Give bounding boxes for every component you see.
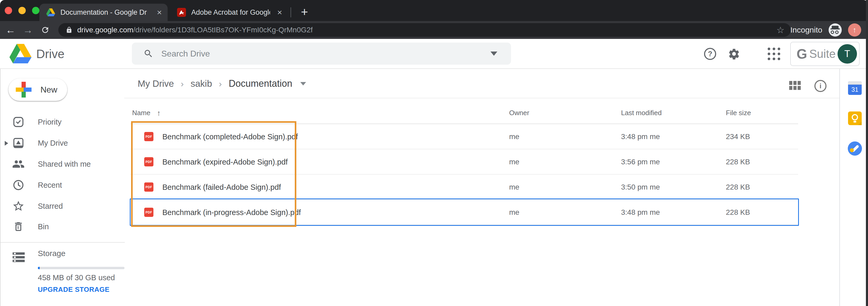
gsuite-logo-name: Suite [809,47,835,60]
tab-documentation[interactable]: Documentation - Google Drive × [39,4,167,21]
tab-close-icon[interactable]: × [157,8,162,17]
folder-menu-caret-icon[interactable] [300,82,306,86]
acrobat-favicon-icon [177,8,186,17]
google-apps-side-panel: 31 [839,69,868,306]
file-name[interactable]: Benchmark (in-progress-Adobe Sign).pdf [162,200,301,225]
column-header-owner[interactable]: Owner [509,109,529,119]
account-area: G Suite T [790,42,860,66]
sidebar-item-priority[interactable]: Priority [1,114,125,130]
sidebar-item-starred[interactable]: Starred [1,198,125,215]
sidebar-item-recent[interactable]: Recent [1,177,125,193]
file-size: 228 KB [726,149,750,175]
tab-close-icon[interactable]: × [277,8,282,17]
window-controls [5,7,39,14]
pdf-file-icon: PDF [144,182,153,192]
file-owner: me [509,124,519,149]
window-minimize-button[interactable] [19,7,26,14]
calendar-icon[interactable]: 31 [848,81,862,95]
file-name[interactable]: Benchmark (expired-Adobe Sign).pdf [162,149,288,175]
tab-title: Adobe Acrobat for Google Driv [191,8,270,17]
upgrade-storage-link[interactable]: UPGRADE STORAGE [38,285,110,294]
sidebar-item-label: Starred [38,198,63,215]
breadcrumb-sakib[interactable]: sakib [190,78,212,89]
help-button[interactable]: ? [704,39,716,69]
forward-icon[interactable]: → [21,21,35,39]
table-row[interactable]: PDF Benchmark (completed-Adobe Sign).pdf… [130,124,798,149]
window-right-edge [866,0,868,306]
url-bar[interactable]: drive.google.com/drive/folders/1D3fLOA5t… [58,23,791,37]
gear-icon [728,48,740,60]
breadcrumb-current-folder[interactable]: Documentation [228,78,292,89]
window-zoom-button[interactable] [32,7,39,14]
settings-button[interactable] [727,39,741,69]
tab-separator [290,7,291,17]
column-header-last-modified[interactable]: Last modified [621,109,662,119]
help-icon: ? [704,48,716,60]
apps-launcher-button[interactable] [767,39,781,69]
new-tab-button[interactable]: + [296,4,313,20]
browser-toolbar: ← → drive.google.com/drive/folders/1D3fL… [0,21,868,39]
window-close-button[interactable] [5,7,12,14]
incognito-label: Incognito [790,26,822,34]
sidebar-item-shared-with-me[interactable]: Shared with me [1,156,125,173]
file-owner: me [509,149,519,175]
keep-icon[interactable] [848,112,862,125]
reload-icon[interactable] [38,21,52,39]
file-owner: me [509,175,519,200]
file-name[interactable]: Benchmark (completed-Adobe Sign).pdf [162,124,298,149]
sidebar-divider [1,242,125,243]
people-icon [12,158,25,170]
app-name: Drive [36,39,64,69]
sidebar-item-storage[interactable]: Storage [38,249,65,258]
breadcrumb-my-drive[interactable]: My Drive [138,78,174,89]
browser-update-button[interactable]: ↑ [848,23,861,36]
sidebar: New Priority My Drive Shared with me Rec… [0,69,124,306]
drive-favicon-icon [46,8,55,17]
file-size: 228 KB [726,200,750,225]
file-owner: me [509,200,519,225]
tab-adobe-acrobat[interactable]: Adobe Acrobat for Google Driv × [170,4,288,21]
sidebar-item-bin[interactable]: Bin [1,218,125,235]
table-row[interactable]: PDF Benchmark (expired-Adobe Sign).pdf m… [130,149,798,175]
url-path: /drive/folders/1D3fLOA5tIBs7OK-YFmI0cKg-… [133,26,313,34]
details-info-button[interactable]: i [814,80,827,92]
search-icon [144,49,153,59]
sidebar-item-label: Priority [38,114,61,130]
search-input[interactable]: Search Drive [161,49,210,59]
search-bar[interactable]: Search Drive [132,42,511,65]
sidebar-item-label: Bin [38,218,49,235]
clock-icon [12,179,25,191]
drive-header: Drive Search Drive ? G Suite T [0,39,868,69]
expand-caret-icon[interactable] [5,141,8,146]
pdf-file-icon: PDF [144,157,153,166]
file-last-modified: 3:56 pm me [621,149,660,175]
table-row[interactable]: PDF Benchmark (failed-Adobe Sign).pdf me… [130,175,798,200]
lock-icon [66,27,72,33]
storage-icon [12,252,25,264]
table-row-selected[interactable]: PDF Benchmark (in-progress-Adobe Sign).p… [130,200,798,225]
back-icon[interactable]: ← [4,21,17,39]
column-header-file-size[interactable]: File size [726,109,751,119]
apps-grid-icon [768,48,780,60]
tasks-icon[interactable] [848,142,862,156]
grid-view-button[interactable] [789,81,801,91]
avatar[interactable]: T [838,44,857,64]
url-text: drive.google.com/drive/folders/1D3fLOA5t… [77,26,313,34]
pdf-file-icon: PDF [144,208,153,217]
sidebar-item-label: My Drive [38,134,68,151]
new-button[interactable]: New [8,78,67,101]
trash-icon [12,220,25,233]
file-size: 228 KB [726,175,750,200]
file-name[interactable]: Benchmark (failed-Adobe Sign).pdf [162,175,281,200]
bookmark-star-icon[interactable]: ☆ [777,25,784,35]
sort-ascending-icon[interactable]: ↑ [157,109,161,119]
drive-logo-icon [9,43,32,64]
my-drive-icon [12,137,25,149]
plus-icon [16,82,32,97]
search-options-caret-icon[interactable] [491,52,497,56]
chevron-right-icon: › [219,79,222,89]
file-last-modified: 3:50 pm me [621,175,660,200]
sidebar-item-my-drive[interactable]: My Drive [1,134,125,151]
browser-tab-bar: Documentation - Google Drive × Adobe Acr… [0,0,868,21]
column-header-name[interactable]: Name [132,109,150,119]
